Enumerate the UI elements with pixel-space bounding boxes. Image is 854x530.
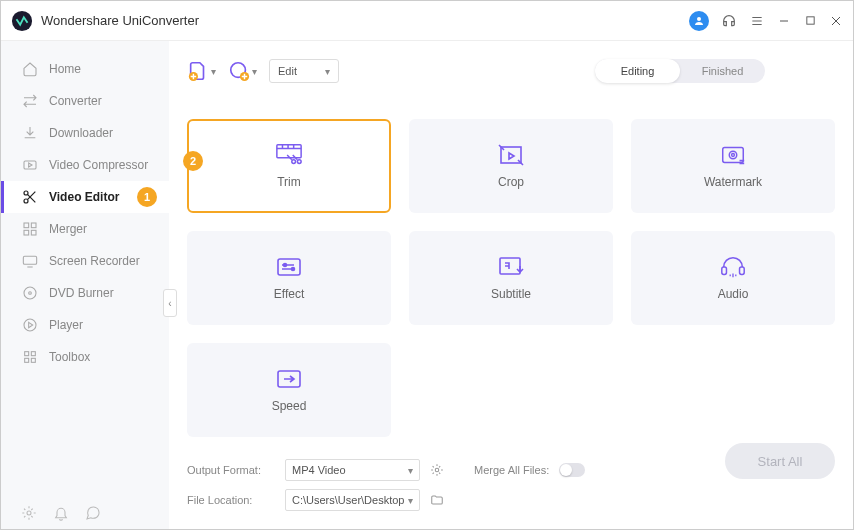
svg-point-27: [729, 151, 736, 158]
svg-point-12: [29, 292, 32, 295]
card-effect[interactable]: Effect: [187, 231, 391, 325]
chevron-down-icon: ▾: [211, 66, 216, 77]
card-label: Subtitle: [491, 287, 531, 301]
sidebar-item-home[interactable]: Home: [1, 53, 169, 85]
sidebar-item-label: Home: [49, 62, 81, 76]
trim-icon: [275, 143, 303, 167]
sidebar-item-downloader[interactable]: Downloader: [1, 117, 169, 149]
watermark-icon: [719, 143, 747, 167]
svg-point-5: [24, 199, 28, 203]
title-actions: [689, 11, 843, 31]
card-label: Effect: [274, 287, 304, 301]
feedback-icon[interactable]: [85, 505, 101, 521]
scissors-icon: [21, 188, 39, 206]
card-crop[interactable]: Crop: [409, 119, 613, 213]
open-folder-icon[interactable]: [430, 493, 444, 507]
add-file-button[interactable]: ▾: [187, 60, 216, 82]
file-location-dropdown[interactable]: C:\Users\User\Desktop ▾: [285, 489, 420, 511]
converter-icon: [21, 92, 39, 110]
effect-icon: [275, 255, 303, 279]
footer: Output Format: MP4 Video ▾ Merge All Fil…: [187, 448, 835, 519]
sidebar-item-toolbox[interactable]: Toolbox: [1, 341, 169, 373]
headset-icon[interactable]: [721, 13, 737, 29]
close-button[interactable]: [829, 14, 843, 28]
segment-finished[interactable]: Finished: [680, 59, 765, 83]
main-content: ▾ ▾ Edit ▾ Editing Finished 2 Trim: [169, 41, 853, 530]
speed-icon: [275, 367, 303, 391]
chevron-down-icon: ▾: [408, 465, 413, 476]
svg-point-13: [24, 319, 36, 331]
app-title: Wondershare UniConverter: [41, 13, 689, 28]
home-icon: [21, 60, 39, 78]
chevron-down-icon: ▾: [408, 495, 413, 506]
sidebar-item-dvd-burner[interactable]: DVD Burner: [1, 277, 169, 309]
sidebar-item-label: Video Compressor: [49, 158, 148, 172]
sidebar-item-player[interactable]: Player: [1, 309, 169, 341]
file-location-label: File Location:: [187, 494, 275, 506]
sidebar-item-video-editor[interactable]: Video Editor 1: [1, 181, 169, 213]
svg-rect-32: [500, 258, 520, 274]
segment-editing[interactable]: Editing: [595, 59, 680, 83]
svg-rect-7: [31, 223, 36, 228]
sidebar-collapse-handle[interactable]: ‹: [163, 289, 177, 317]
svg-point-36: [435, 468, 439, 472]
svg-rect-6: [24, 223, 29, 228]
play-icon: [21, 316, 39, 334]
editor-grid: 2 Trim Crop Watermark Effect Subtitle: [187, 119, 835, 437]
sidebar-item-label: DVD Burner: [49, 286, 114, 300]
annotation-badge-2: 2: [183, 151, 203, 171]
svg-rect-29: [278, 259, 300, 275]
sidebar-item-converter[interactable]: Converter: [1, 85, 169, 117]
card-watermark[interactable]: Watermark: [631, 119, 835, 213]
start-all-button[interactable]: Start All: [725, 443, 835, 479]
card-trim[interactable]: 2 Trim: [187, 119, 391, 213]
output-format-dropdown[interactable]: MP4 Video ▾: [285, 459, 420, 481]
disc-icon: [21, 284, 39, 302]
recorder-icon: [21, 252, 39, 270]
sidebar-item-label: Merger: [49, 222, 87, 236]
sidebar-item-screen-recorder[interactable]: Screen Recorder: [1, 245, 169, 277]
menu-icon[interactable]: [749, 13, 765, 29]
sidebar-item-label: Toolbox: [49, 350, 90, 364]
maximize-button[interactable]: [803, 14, 817, 28]
card-label: Trim: [277, 175, 301, 189]
minimize-button[interactable]: [777, 14, 791, 28]
chevron-down-icon: ▾: [325, 66, 330, 77]
edit-dropdown[interactable]: Edit ▾: [269, 59, 339, 83]
svg-rect-33: [722, 267, 727, 274]
svg-rect-2: [806, 17, 813, 24]
sidebar-footer: [21, 505, 101, 521]
sidebar-item-merger[interactable]: Merger: [1, 213, 169, 245]
svg-rect-34: [740, 267, 745, 274]
user-avatar-icon[interactable]: [689, 11, 709, 31]
card-audio[interactable]: Audio: [631, 231, 835, 325]
sidebar: Home Converter Downloader Video Compress…: [1, 41, 169, 530]
output-settings-icon[interactable]: [430, 463, 444, 477]
card-speed[interactable]: Speed: [187, 343, 391, 437]
card-subtitle[interactable]: Subtitle: [409, 231, 613, 325]
svg-rect-3: [24, 161, 36, 169]
svg-point-4: [24, 191, 28, 195]
titlebar: Wondershare UniConverter: [1, 1, 853, 41]
svg-point-23: [292, 160, 296, 164]
merge-toggle[interactable]: [559, 463, 585, 477]
grid-icon: [21, 348, 39, 366]
card-label: Audio: [718, 287, 749, 301]
settings-icon[interactable]: [21, 505, 37, 521]
audio-icon: [719, 255, 747, 279]
bell-icon[interactable]: [53, 505, 69, 521]
file-location-value: C:\Users\User\Desktop: [292, 494, 404, 506]
svg-point-28: [732, 154, 735, 157]
add-url-button[interactable]: ▾: [228, 60, 257, 82]
svg-rect-10: [23, 256, 36, 264]
output-format-value: MP4 Video: [292, 464, 346, 476]
card-label: Crop: [498, 175, 524, 189]
svg-rect-16: [25, 358, 29, 362]
merge-files-label: Merge All Files:: [474, 464, 549, 476]
sidebar-item-label: Converter: [49, 94, 102, 108]
sidebar-item-label: Player: [49, 318, 83, 332]
annotation-badge-1: 1: [137, 187, 157, 207]
svg-point-11: [24, 287, 36, 299]
sidebar-item-video-compressor[interactable]: Video Compressor: [1, 149, 169, 181]
output-format-label: Output Format:: [187, 464, 275, 476]
